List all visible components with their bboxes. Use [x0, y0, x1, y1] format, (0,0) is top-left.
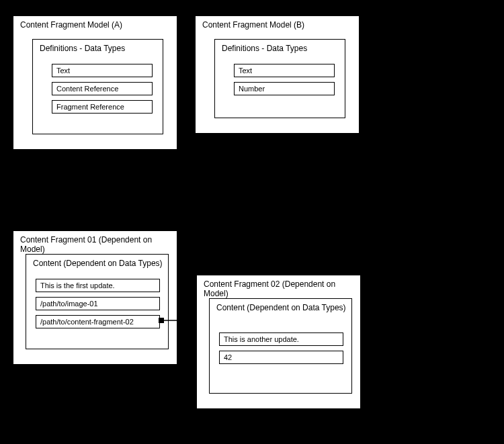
- arrow-model-a-to-fragment-01: [91, 150, 98, 230]
- model-b-box: Content Fragment Model (B) Definitions -…: [195, 15, 360, 134]
- model-a-field-text: Text: [52, 64, 153, 77]
- fragment-02-field-text: This is another update.: [219, 332, 343, 346]
- svg-marker-1: [91, 224, 98, 230]
- arrow-model-b-to-fragment-02: [274, 134, 280, 275]
- model-a-definitions-box: Definitions - Data Types Text Content Re…: [32, 39, 163, 134]
- model-a-field-content-reference: Content Reference: [52, 82, 153, 95]
- fragment-02-title: Content Fragment 02 (Dependent on Model): [204, 279, 360, 298]
- svg-marker-6: [190, 317, 196, 324]
- fragment-01-field-fragment-path: /path/to/content-fragment-02: [36, 315, 160, 328]
- fragment-01-box: Content Fragment 01 (Dependent on Model)…: [13, 230, 177, 365]
- svg-marker-3: [274, 268, 280, 275]
- fragment-02-field-number: 42: [219, 351, 343, 364]
- model-b-definitions-box: Definitions - Data Types Text Number: [214, 39, 345, 118]
- model-a-title: Content Fragment Model (A): [20, 20, 122, 30]
- fragment-01-field-text: This is the first update.: [36, 279, 160, 292]
- model-b-title: Content Fragment Model (B): [202, 20, 304, 30]
- model-b-field-text: Text: [234, 64, 335, 77]
- model-b-field-number: Number: [234, 82, 335, 95]
- fragment-02-content-title: Content (Dependent on Data Types): [216, 303, 346, 312]
- model-b-definitions-title: Definitions - Data Types: [222, 44, 307, 53]
- fragment-02-box: Content Fragment 02 (Dependent on Model)…: [196, 275, 361, 409]
- fragment-01-content-box: Content (Dependent on Data Types) This i…: [26, 254, 169, 349]
- fragment-02-content-box: Content (Dependent on Data Types) This i…: [209, 298, 352, 394]
- model-a-box: Content Fragment Model (A) Definitions -…: [13, 15, 177, 150]
- fragment-01-content-title: Content (Dependent on Data Types): [33, 259, 163, 268]
- fragment-01-field-image-path: /path/to/image-01: [36, 297, 160, 310]
- model-a-definitions-title: Definitions - Data Types: [40, 44, 125, 53]
- fragment-01-title: Content Fragment 01 (Dependent on Model): [20, 235, 177, 254]
- model-a-field-fragment-reference: Fragment Reference: [52, 100, 153, 114]
